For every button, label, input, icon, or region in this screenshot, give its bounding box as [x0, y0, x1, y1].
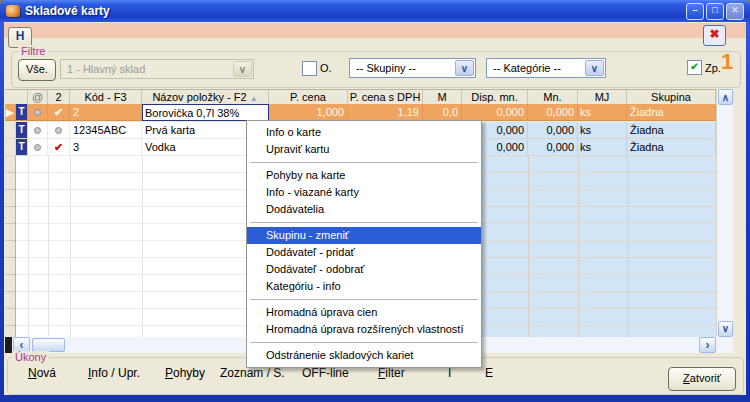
menu-item[interactable]: Dodávatelia — [247, 201, 481, 218]
menu-separator — [250, 299, 478, 300]
cell-m[interactable]: 0,0 — [423, 104, 462, 121]
cell-pcena[interactable]: 1,000 — [269, 104, 348, 121]
vertical-scrollbar[interactable]: ∧ ∨ — [716, 89, 733, 337]
menu-item[interactable]: Dodávateľ - odobrať — [247, 261, 481, 278]
menu-item[interactable]: Upraviť kartu — [247, 141, 481, 158]
tag-badge: T — [16, 122, 28, 139]
maximize-button[interactable]: □ — [706, 3, 724, 20]
i-button[interactable]: I — [448, 366, 451, 380]
table-header[interactable]: @ 2 Kód - F3 Názov položky - F2 ▲ P. cen… — [5, 89, 716, 105]
count-badge: 1 — [721, 49, 733, 75]
zp-checkbox[interactable]: ✔ — [687, 60, 702, 75]
cell-mn[interactable]: 0,000 — [528, 122, 578, 139]
cell-mn[interactable]: 0,000 — [528, 104, 578, 121]
cell-kod[interactable]: 2 — [70, 104, 142, 121]
skupiny-combobox[interactable]: -- Skupiny -- ∨ — [349, 58, 476, 78]
scroll-down-icon[interactable]: ∨ — [718, 321, 733, 337]
window-title: Skladové karty — [25, 4, 110, 18]
cell-pcena-dph[interactable]: 1,19 — [348, 104, 423, 121]
menu-separator — [250, 162, 478, 163]
header-2[interactable]: 2 — [48, 90, 70, 104]
scrollbar-corner — [716, 337, 733, 353]
toolbar-strip — [4, 23, 746, 38]
menu-item-selected[interactable]: Skupinu - zmeniť — [247, 227, 481, 244]
o-checkbox-label: O. — [320, 62, 332, 74]
attachment-dot-icon — [28, 122, 48, 139]
e-button[interactable]: E — [485, 366, 493, 380]
row-gutter — [5, 156, 16, 337]
context-menu: Info o karte Upraviť kartu Pohyby na kar… — [246, 120, 482, 368]
title-bar[interactable]: Skladové karty – □ ✕ — [0, 0, 750, 22]
header-mj[interactable]: MJ — [578, 90, 627, 104]
menu-item[interactable]: Info o karte — [247, 124, 481, 141]
cell-skupina[interactable]: Žiadna — [627, 122, 716, 139]
menu-item[interactable]: Odstránenie skladových kariet — [247, 347, 481, 364]
offline-button[interactable]: OFF-line — [302, 366, 349, 380]
scroll-right-icon[interactable]: › — [699, 337, 716, 353]
header-disp-mn[interactable]: Disp. mn. — [462, 90, 528, 104]
menu-item[interactable]: Hromadná úprava rozšírených vlastností — [247, 321, 481, 338]
close-red-icon[interactable]: ✖ — [703, 25, 726, 46]
grid-readonly-area — [462, 139, 716, 337]
kategorie-combobox[interactable]: -- Kategórie -- ∨ — [486, 58, 606, 78]
header-skupina[interactable]: Skupina — [627, 90, 716, 104]
fixed-column-splitter[interactable] — [5, 337, 12, 353]
filter-button[interactable]: Filter — [378, 366, 405, 380]
warehouse-combobox: 1 - Hlavný sklad ∨ — [60, 59, 254, 79]
header-nazov[interactable]: Názov položky - F2 ▲ — [142, 90, 269, 104]
tag-badge: T — [16, 139, 28, 156]
cell-skupina[interactable]: Žiadna — [627, 139, 716, 156]
info-upr-button[interactable]: Info / Upr. — [88, 366, 140, 380]
zp-checkbox-label: Zp. — [705, 62, 721, 74]
actions-group-label: Úkony — [12, 351, 49, 363]
close-button[interactable]: ✕ — [726, 3, 744, 20]
nova-button[interactable]: Nová — [28, 366, 56, 380]
attachment-dot-icon — [28, 104, 48, 121]
dot-icon — [48, 122, 70, 139]
check-icon: ✔ — [48, 139, 70, 156]
zatvorit-button[interactable]: Zatvoriť — [668, 367, 736, 391]
cell-skupina[interactable]: Žiadna — [627, 104, 716, 121]
menu-item[interactable]: Pohyby na karte — [247, 167, 481, 184]
filters-group-label: Filtre — [18, 45, 48, 57]
tag-badge: T — [16, 104, 28, 121]
chevron-down-icon: ∨ — [233, 61, 252, 77]
menu-item[interactable]: Dodávateľ - pridať — [247, 244, 481, 261]
sort-asc-icon: ▲ — [250, 94, 258, 103]
paperclip-icon[interactable]: @ — [28, 90, 48, 104]
chevron-down-icon[interactable]: ∨ — [455, 60, 474, 76]
inline-edit-field[interactable]: Borovička 0,7l 38% — [142, 104, 269, 121]
kategorie-value: -- Kategórie -- — [493, 59, 585, 77]
vse-button[interactable]: Vše. — [18, 59, 56, 81]
scrollbar-thumb[interactable] — [32, 338, 65, 352]
cell-kod[interactable]: 12345ABC — [70, 122, 142, 139]
header-pcena-dph[interactable]: P. cena s DPH — [348, 90, 423, 104]
menu-item[interactable]: Info - viazané karty — [247, 184, 481, 201]
pohyby-button[interactable]: Pohyby — [165, 366, 205, 380]
zoznam-button[interactable]: Zoznam / S. — [220, 366, 285, 380]
menu-separator — [250, 342, 478, 343]
row-marker-icon: ▶ — [5, 104, 16, 121]
app-icon — [6, 5, 20, 17]
minimize-button[interactable]: – — [686, 3, 704, 20]
header-blank — [5, 90, 28, 104]
cell-mn[interactable]: 0,000 — [528, 139, 578, 156]
header-kod[interactable]: Kód - F3 — [70, 90, 142, 104]
header-pcena[interactable]: P. cena — [269, 90, 348, 104]
menu-item[interactable]: Hromadná úprava cien — [247, 304, 481, 321]
scroll-up-icon[interactable]: ∧ — [718, 89, 733, 105]
app-window: Skladové karty – □ ✕ H ✖ Filtre Vše. 1 -… — [0, 0, 750, 402]
menu-item[interactable]: Kategóriu - info — [247, 278, 481, 295]
cell-mj[interactable]: ks — [578, 139, 627, 156]
header-m[interactable]: M — [423, 90, 462, 104]
cell-mj[interactable]: ks — [578, 122, 627, 139]
chevron-down-icon[interactable]: ∨ — [585, 60, 604, 76]
attachment-dot-icon — [28, 139, 48, 156]
table-row[interactable]: ▶ T ✔ 2 Borovička 0,7l 38% 1,000 1,19 0,… — [5, 104, 716, 121]
warehouse-value: 1 - Hlavný sklad — [67, 60, 233, 78]
cell-kod[interactable]: 3 — [70, 139, 142, 156]
cell-disp-mn[interactable]: 0,000 — [462, 104, 528, 121]
header-mn[interactable]: Mn. — [528, 90, 578, 104]
o-checkbox[interactable] — [302, 61, 317, 76]
cell-mj[interactable]: ks — [578, 104, 627, 121]
